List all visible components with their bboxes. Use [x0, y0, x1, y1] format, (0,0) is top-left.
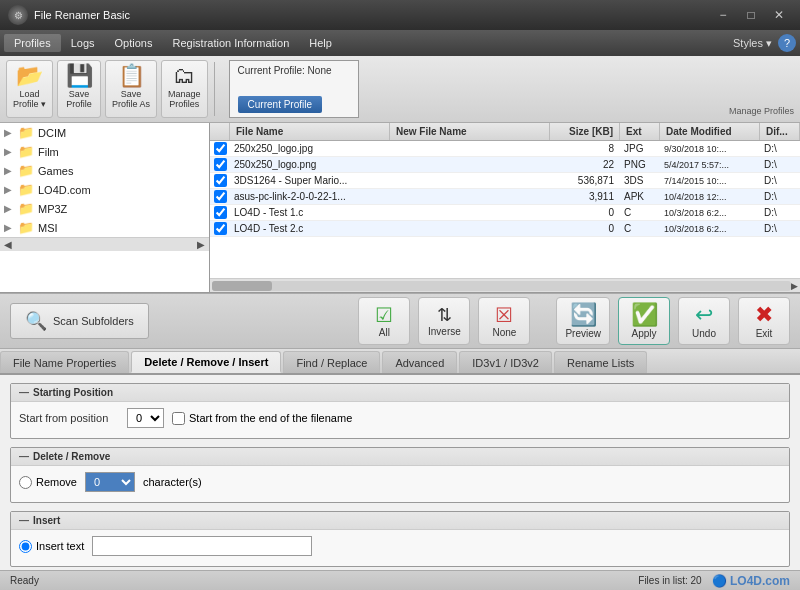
- row-checkbox[interactable]: [214, 190, 227, 203]
- tree-item-film[interactable]: ▶ 📁 Film: [0, 142, 209, 161]
- table-row[interactable]: asus-pc-link-2-0-0-22-1... 3,911 APK 10/…: [210, 189, 800, 205]
- menu-profiles[interactable]: Profiles: [4, 34, 61, 52]
- preview-button[interactable]: 🔄 Preview: [556, 297, 610, 345]
- title-bar: ⚙ File Renamer Basic − □ ✕: [0, 0, 800, 30]
- save-profile-as-button[interactable]: 📋 SaveProfile As: [105, 60, 157, 118]
- header-diff: Dif...: [760, 123, 800, 140]
- row-checkbox[interactable]: [214, 174, 227, 187]
- exit-icon: ✖: [755, 304, 773, 326]
- none-label: None: [492, 327, 516, 338]
- help-icon[interactable]: ?: [778, 34, 796, 52]
- exit-button[interactable]: ✖ Exit: [738, 297, 790, 345]
- tree-item-games[interactable]: ▶ 📁 Games: [0, 161, 209, 180]
- scroll-left[interactable]: ◀: [4, 239, 12, 250]
- tree-item-dcim[interactable]: ▶ 📁 DCIM: [0, 123, 209, 142]
- cell-diff: D:\: [760, 157, 800, 172]
- row-checkbox[interactable]: [214, 142, 227, 155]
- cell-date: 9/30/2018 10:...: [660, 142, 760, 156]
- table-row[interactable]: LO4D - Test 1.c 0 C 10/3/2018 6:2... D:\: [210, 205, 800, 221]
- tree-item-mp3z[interactable]: ▶ 📁 MP3Z: [0, 199, 209, 218]
- cell-new-filename: [390, 227, 550, 231]
- cell-date: 7/14/2015 10:...: [660, 174, 760, 188]
- app-title: File Renamer Basic: [34, 9, 130, 21]
- tree-item-lo4d[interactable]: ▶ 📁 LO4D.com: [0, 180, 209, 199]
- tab-id3[interactable]: ID3v1 / ID3v2: [459, 351, 552, 373]
- delete-remove-section: —Delete / Remove Remove 0 1 2 character(…: [10, 447, 790, 503]
- profile-panel-area: Current Profile: None Current Profile: [229, 60, 800, 118]
- load-profile-button[interactable]: 📂 LoadProfile ▾: [6, 60, 53, 118]
- cell-ext: JPG: [620, 141, 660, 156]
- end-of-filename-checkbox-label: Start from the end of the filename: [172, 412, 352, 425]
- inverse-button[interactable]: ⇅ Inverse: [418, 297, 470, 345]
- insert-text-input[interactable]: [92, 536, 312, 556]
- insert-title: —Insert: [11, 512, 789, 530]
- insert-radio[interactable]: Insert text: [19, 540, 84, 553]
- characters-label: character(s): [143, 476, 202, 488]
- starting-position-title: —Starting Position: [11, 384, 789, 402]
- cell-size: 0: [550, 221, 620, 236]
- table-row[interactable]: 3DS1264 - Super Mario... 536,871 3DS 7/1…: [210, 173, 800, 189]
- none-button[interactable]: ☒ None: [478, 297, 530, 345]
- table-row[interactable]: 250x250_logo.png 22 PNG 5/4/2017 5:57:..…: [210, 157, 800, 173]
- folder-tree[interactable]: ▶ 📁 DCIM ▶ 📁 Film ▶ 📁 Games ▶ 📁 LO4D.com…: [0, 123, 210, 292]
- folder-icon: 📁: [18, 144, 34, 159]
- apply-button[interactable]: ✅ Apply: [618, 297, 670, 345]
- remove-radio-input[interactable]: [19, 476, 32, 489]
- scroll-right[interactable]: ▶: [197, 239, 205, 250]
- expand-icon: ▶: [4, 222, 18, 233]
- current-profile-button[interactable]: Current Profile: [238, 96, 322, 113]
- tab-advanced[interactable]: Advanced: [382, 351, 457, 373]
- header-date: Date Modified: [660, 123, 760, 140]
- tab-delete-remove-insert[interactable]: Delete / Remove / Insert: [131, 351, 281, 373]
- remove-radio[interactable]: Remove: [19, 476, 77, 489]
- load-profile-icon: 📂: [16, 65, 43, 87]
- cell-diff: D:\: [760, 205, 800, 220]
- undo-button[interactable]: ↩ Undo: [678, 297, 730, 345]
- minimize-button[interactable]: −: [710, 5, 736, 25]
- insert-section: —Insert Insert text: [10, 511, 790, 567]
- row-checkbox[interactable]: [214, 206, 227, 219]
- menu-logs[interactable]: Logs: [61, 34, 105, 52]
- table-row[interactable]: LO4D - Test 2.c 0 C 10/3/2018 6:2... D:\: [210, 221, 800, 237]
- scan-label: Scan Subfolders: [53, 315, 134, 327]
- inverse-icon: ⇅: [437, 306, 452, 324]
- close-button[interactable]: ✕: [766, 5, 792, 25]
- hscroll-right[interactable]: ▶: [791, 281, 798, 291]
- all-button[interactable]: ☑ All: [358, 297, 410, 345]
- styles-menu[interactable]: Styles ▾: [733, 37, 772, 50]
- manage-profiles-label: Manage Profiles: [729, 106, 794, 118]
- tree-scrollbar[interactable]: ◀ ▶: [0, 237, 209, 251]
- menu-registration[interactable]: Registration Information: [162, 34, 299, 52]
- menu-options[interactable]: Options: [105, 34, 163, 52]
- insert-radio-input[interactable]: [19, 540, 32, 553]
- cell-new-filename: [390, 147, 550, 151]
- remove-count-select[interactable]: 0 1 2: [85, 472, 135, 492]
- start-position-select[interactable]: 0 1 2: [127, 408, 164, 428]
- end-of-filename-checkbox[interactable]: [172, 412, 185, 425]
- save-profile-button[interactable]: 💾 SaveProfile: [57, 60, 101, 118]
- tab-rename-lists[interactable]: Rename Lists: [554, 351, 647, 373]
- menu-help[interactable]: Help: [299, 34, 342, 52]
- cell-date: 10/3/2018 6:2...: [660, 222, 760, 236]
- tab-filename-properties[interactable]: File Name Properties: [0, 351, 129, 373]
- tree-item-msi[interactable]: ▶ 📁 MSI: [0, 218, 209, 237]
- row-checkbox[interactable]: [214, 158, 227, 171]
- remove-label: Remove: [36, 476, 77, 488]
- header-size: Size [KB]: [550, 123, 620, 140]
- list-hscrollbar[interactable]: ▶: [210, 278, 800, 292]
- maximize-button[interactable]: □: [738, 5, 764, 25]
- lo4d-logo: 🔵 LO4D.com: [712, 574, 790, 588]
- scan-subfolders-button[interactable]: 🔍 Scan Subfolders: [10, 303, 149, 339]
- status-text: Ready: [10, 575, 39, 586]
- file-list-header: File Name New File Name Size [KB] Ext Da…: [210, 123, 800, 141]
- row-checkbox[interactable]: [214, 222, 227, 235]
- folder-icon: 📁: [18, 125, 34, 140]
- table-row[interactable]: 250x250_logo.jpg 8 JPG 9/30/2018 10:... …: [210, 141, 800, 157]
- profile-panel: Current Profile: None Current Profile: [229, 60, 359, 118]
- tab-find-replace[interactable]: Find / Replace: [283, 351, 380, 373]
- manage-profiles-button[interactable]: 🗂 ManageProfiles: [161, 60, 208, 118]
- header-filename: File Name: [230, 123, 390, 140]
- folder-icon: 📁: [18, 201, 34, 216]
- cell-filename: LO4D - Test 1.c: [230, 205, 390, 220]
- all-label: All: [379, 327, 390, 338]
